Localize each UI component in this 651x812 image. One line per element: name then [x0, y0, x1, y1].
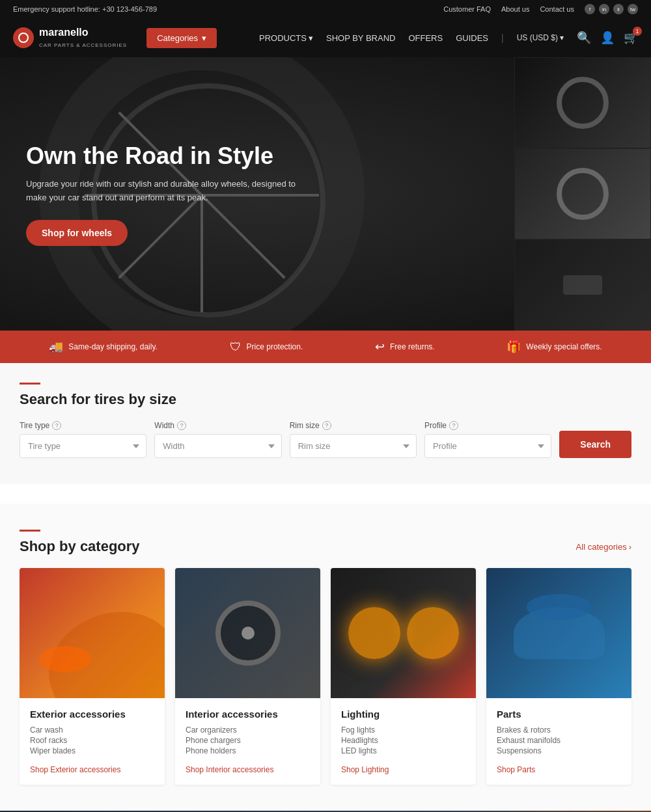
- feature-returns-text: Free returns.: [390, 342, 435, 351]
- category-img-parts: [486, 568, 631, 698]
- products-chevron-icon: ▾: [309, 33, 313, 43]
- category-img-interior: [175, 568, 320, 698]
- all-categories-arrow-icon: ›: [629, 542, 631, 552]
- tire-type-help-icon[interactable]: ?: [52, 421, 61, 430]
- width-group: Width ? Width 195205215225: [154, 421, 281, 458]
- nav-currency[interactable]: US (USD $) ▾: [517, 33, 564, 42]
- tire-type-select[interactable]: Tire type All Season Summer Winter Perfo…: [20, 434, 146, 458]
- profile-select[interactable]: Profile 35404550: [424, 434, 551, 458]
- nav-offers[interactable]: OFFERS: [408, 33, 443, 43]
- category-card-lighting: Lighting Fog lights Headlights LED light…: [331, 568, 476, 785]
- link-contact[interactable]: Contact us: [540, 5, 574, 13]
- hero-thumb-3-inner: [515, 240, 650, 330]
- currency-chevron-icon: ▾: [560, 33, 564, 42]
- tire-search-section: Search for tires by size Tire type ? Tir…: [0, 363, 651, 484]
- feature-price: 🛡 Price protection.: [230, 340, 303, 354]
- rim-size-help-icon[interactable]: ?: [322, 421, 331, 430]
- logo-name: maranello: [39, 27, 127, 38]
- instagram-icon[interactable]: in: [599, 4, 609, 14]
- link-faq[interactable]: Customer FAQ: [443, 5, 491, 13]
- hero-thumb-2-inner: [515, 149, 650, 239]
- rim-size-label: Rim size ?: [290, 421, 417, 430]
- tire-search-form: Tire type ? Tire type All Season Summer …: [20, 421, 631, 458]
- hero-cta-button[interactable]: Shop for wheels: [26, 220, 128, 246]
- nav-links: PRODUCTS ▾ SHOP BY BRAND OFFERS GUIDES |…: [259, 31, 638, 45]
- width-select[interactable]: Width 195205215225: [154, 434, 281, 458]
- tire-search-button[interactable]: Search: [559, 431, 631, 458]
- hero-section: Own the Road in Style Upgrade your ride …: [0, 57, 651, 331]
- light-item-2: Headlights: [341, 735, 465, 746]
- logo-icon: [13, 27, 34, 48]
- category-items-parts: Brakes & rotors Exhaust manifolds Suspen…: [497, 725, 621, 756]
- social-icons: f in li tw: [585, 4, 638, 14]
- thumb-wheel-2: [557, 168, 609, 220]
- categories-label: Categories: [157, 33, 198, 43]
- categories-button[interactable]: Categories ▾: [146, 28, 217, 48]
- feature-shipping-text: Same-day shipping, daily.: [68, 342, 158, 351]
- search-button[interactable]: 🔍: [577, 31, 591, 45]
- rim-size-select[interactable]: Rim size 16"17"18"19": [290, 434, 417, 458]
- int-item-3: Phone holders: [186, 746, 310, 756]
- ext-item-3: Wiper blades: [30, 746, 154, 756]
- category-section: Shop by category All categories › Exteri…: [0, 504, 651, 811]
- ext-item-2: Roof racks: [30, 735, 154, 746]
- top-bar-right: Customer FAQ About us Contact us f in li…: [443, 4, 638, 14]
- feature-price-text: Price protection.: [247, 342, 303, 351]
- nav-shop-by-brand[interactable]: SHOP BY BRAND: [326, 33, 395, 43]
- category-name-exterior: Exterior accessories: [30, 709, 154, 720]
- category-items-lighting: Fog lights Headlights LED lights: [341, 725, 465, 756]
- category-img-exterior: [20, 568, 165, 698]
- int-item-2: Phone chargers: [186, 735, 310, 746]
- logo-sub: CAR PARTS & ACCESSORIES: [39, 42, 127, 48]
- hero-thumb-1[interactable]: [514, 57, 651, 148]
- light-item-3: LED lights: [341, 746, 465, 756]
- account-button[interactable]: 👤: [600, 31, 615, 45]
- category-name-lighting: Lighting: [341, 709, 465, 720]
- category-grid: Exterior accessories Car wash Roof racks…: [20, 568, 631, 785]
- hero-thumb-3[interactable]: [514, 239, 651, 331]
- int-item-1: Car organizers: [186, 725, 310, 735]
- nav-guides[interactable]: GUIDES: [456, 33, 488, 43]
- shipping-icon: 🚚: [49, 340, 63, 354]
- parts-shop-link[interactable]: Shop Parts: [497, 765, 535, 774]
- tire-search-title: Search for tires by size: [20, 391, 631, 408]
- category-body-parts: Parts Brakes & rotors Exhaust manifolds …: [486, 698, 631, 785]
- twitter-icon[interactable]: tw: [628, 4, 638, 14]
- hotline-text: Emergency support hotline: +30 123-456-7…: [13, 5, 157, 13]
- category-card-parts: Parts Brakes & rotors Exhaust manifolds …: [486, 568, 631, 785]
- category-img-lighting: [331, 568, 476, 698]
- link-about[interactable]: About us: [501, 5, 529, 13]
- profile-help-icon[interactable]: ?: [449, 421, 458, 430]
- facebook-icon[interactable]: f: [585, 4, 595, 14]
- cat-ext-decor: [20, 568, 165, 698]
- linkedin-icon[interactable]: li: [613, 4, 624, 14]
- thumb-img-decor: [563, 275, 602, 295]
- category-body-exterior: Exterior accessories Car wash Roof racks…: [20, 698, 165, 785]
- logo-text-group: maranello CAR PARTS & ACCESSORIES: [39, 27, 127, 49]
- tire-type-group: Tire type ? Tire type All Season Summer …: [20, 421, 146, 458]
- returns-icon: ↩: [375, 340, 385, 354]
- all-categories-link[interactable]: All categories ›: [576, 542, 631, 552]
- nav-divider: |: [501, 33, 504, 43]
- lighting-shop-link[interactable]: Shop Lighting: [341, 765, 389, 774]
- logo[interactable]: maranello CAR PARTS & ACCESSORIES: [13, 27, 127, 49]
- feature-offers: 🎁 Weekly special offers.: [506, 340, 602, 354]
- hero-thumb-1-inner: [515, 58, 650, 148]
- width-help-icon[interactable]: ?: [177, 421, 186, 430]
- price-icon: 🛡: [230, 340, 242, 354]
- hero-thumb-2[interactable]: [514, 148, 651, 239]
- cart-button[interactable]: 🛒 1: [624, 31, 638, 45]
- feature-offers-text: Weekly special offers.: [526, 342, 602, 351]
- interior-shop-link[interactable]: Shop Interior accessories: [186, 765, 273, 774]
- width-label: Width ?: [154, 421, 281, 430]
- section-accent-tire: [20, 383, 40, 385]
- feature-returns: ↩ Free returns.: [375, 340, 435, 354]
- nav-products[interactable]: PRODUCTS ▾: [259, 33, 313, 43]
- spacer-1: [0, 484, 651, 504]
- category-card-exterior: Exterior accessories Car wash Roof racks…: [20, 568, 165, 785]
- nav-icons: 🔍 👤 🛒 1: [577, 31, 638, 45]
- category-name-parts: Parts: [497, 709, 621, 720]
- category-header: Shop by category All categories ›: [20, 538, 631, 555]
- exterior-shop-link[interactable]: Shop Exterior accessories: [30, 765, 120, 774]
- category-card-interior: Interior accessories Car organizers Phon…: [175, 568, 320, 785]
